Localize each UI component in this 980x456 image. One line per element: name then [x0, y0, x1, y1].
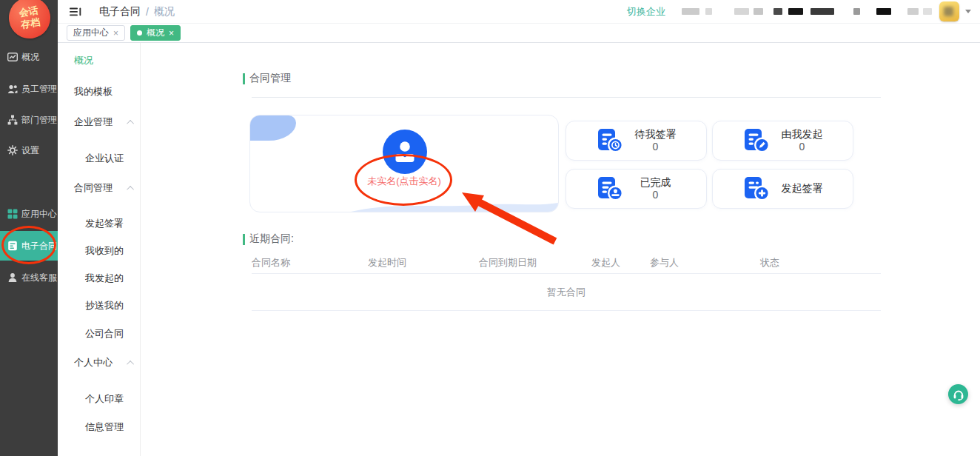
sidebar-item-app-center[interactable]: 应用中心: [0, 199, 58, 229]
sidebar-item-label: 员工管理: [21, 83, 57, 95]
sidebar-item-e-contract[interactable]: 电子合同: [0, 231, 58, 261]
breadcrumb-separator: /: [146, 6, 149, 18]
stat-card-initiate-signing[interactable]: 发起签署: [712, 169, 853, 209]
menu-item-label: 我发起的: [85, 272, 124, 284]
dashboard-icon: [7, 52, 18, 62]
realname-card: 未实名(点击实名): [249, 115, 559, 212]
sidebar-item-overview[interactable]: 概况: [0, 42, 58, 72]
departments-icon: [7, 115, 18, 125]
top-header: 电子合同 / 概况 切换企业: [58, 0, 980, 24]
sidebar-item-label: 设置: [21, 144, 39, 157]
col-status: 状态: [760, 256, 881, 269]
chevron-up-icon: [127, 186, 134, 193]
secondary-sidebar: 概况 我的模板 企业管理 企业认证 合同管理 发起签署 我收到的 我发起的 抄送…: [58, 43, 141, 456]
section-title-marker: [243, 73, 245, 84]
menu-item-initiate-sign[interactable]: 发起签署: [85, 217, 124, 230]
tab-app-center[interactable]: 应用中心 ×: [67, 25, 125, 41]
contract-doc-icon: [7, 241, 18, 251]
stat-card-completed[interactable]: 已完成 0: [565, 169, 707, 209]
doc-edit-icon: [742, 128, 771, 153]
menu-item-received[interactable]: 我收到的: [85, 244, 124, 258]
menu-item-label: 我的模板: [74, 86, 113, 97]
stat-label: 已完成: [624, 176, 687, 190]
stat-value: 0: [624, 141, 687, 154]
headset-icon: [952, 388, 965, 401]
realname-notice-link[interactable]: 未实名(点击实名): [250, 175, 558, 188]
decor-wave: [351, 200, 558, 212]
tab-close-icon[interactable]: ×: [113, 28, 118, 38]
menu-item-personal-seal[interactable]: 个人印章: [85, 392, 124, 406]
stat-label: 发起签署: [771, 182, 833, 195]
stat-card-initiated-by-me[interactable]: 由我发起 0: [712, 121, 853, 161]
menu-group-personal-center[interactable]: 个人中心: [74, 356, 134, 369]
redacted-user-info: [682, 8, 932, 15]
sidebar-item-settings[interactable]: 设置: [0, 135, 58, 165]
header-right: 切换企业: [627, 1, 971, 21]
chevron-up-icon: [127, 361, 134, 368]
decor-blob: [250, 115, 296, 141]
collapse-menu-icon[interactable]: [70, 7, 81, 17]
user-avatar[interactable]: [939, 1, 959, 21]
sidebar-item-employees[interactable]: 员工管理: [0, 74, 58, 104]
divider: [252, 97, 881, 98]
dropdown-caret-icon[interactable]: [965, 10, 971, 13]
menu-group-contract[interactable]: 合同管理: [74, 181, 134, 195]
col-expiry-date: 合同到期日期: [479, 256, 591, 269]
stat-card-awaiting-my-signature[interactable]: 待我签署 0: [565, 121, 707, 161]
menu-item-label: 公司合同: [85, 328, 124, 339]
section-title-text: 近期合同:: [249, 232, 294, 246]
active-tab-dot-icon: [137, 30, 142, 36]
menu-item-my-templates[interactable]: 我的模板: [74, 85, 113, 98]
employees-icon: [7, 84, 18, 94]
section-title-text: 合同管理: [249, 72, 291, 85]
menu-item-label: 个人印章: [85, 393, 124, 404]
apps-grid-icon: [7, 209, 18, 219]
sidebar-item-online-service[interactable]: 在线客服: [0, 263, 58, 292]
person-icon: [7, 272, 18, 283]
menu-item-label: 我收到的: [85, 245, 124, 256]
menu-item-info-management[interactable]: 信息管理: [85, 420, 124, 434]
sidebar-item-label: 部门管理: [21, 114, 57, 127]
menu-item-company-contract[interactable]: 公司合同: [85, 327, 124, 341]
switch-company-link[interactable]: 切换企业: [627, 5, 665, 19]
sidebar-item-departments[interactable]: 部门管理: [0, 105, 58, 135]
menu-item-cc-to-me[interactable]: 抄送我的: [85, 299, 124, 312]
primary-sidebar: 概况 员工管理 部门管理 设置 应用中心 电子合同 在线客服: [0, 0, 58, 456]
sidebar-item-label: 概况: [21, 51, 39, 64]
gear-icon: [7, 145, 18, 155]
tab-label: 概况: [147, 27, 164, 39]
menu-item-label: 个人中心: [74, 357, 113, 368]
stat-label: 待我签署: [624, 128, 687, 141]
realname-avatar-button[interactable]: [383, 130, 427, 174]
section-title-marker: [243, 234, 245, 245]
doc-clock-icon: [596, 128, 624, 153]
menu-item-label: 抄送我的: [85, 300, 124, 311]
sidebar-item-label: 在线客服: [21, 272, 57, 284]
menu-item-label: 企业认证: [85, 152, 124, 164]
customer-service-button[interactable]: [948, 384, 968, 404]
menu-item-overview[interactable]: 概况: [74, 54, 93, 67]
menu-item-label: 发起签署: [85, 218, 124, 229]
col-participants: 参与人: [650, 256, 760, 269]
breadcrumb: 电子合同 / 概况: [99, 5, 175, 19]
tab-bar: 应用中心 × 概况 ×: [58, 24, 980, 43]
sidebar-item-label: 电子合同: [21, 240, 57, 252]
breadcrumb-section[interactable]: 电子合同: [99, 5, 141, 19]
user-icon: [394, 140, 416, 164]
menu-item-label: 合同管理: [74, 182, 113, 193]
tab-overview[interactable]: 概况 ×: [130, 25, 181, 41]
tab-close-icon[interactable]: ×: [169, 28, 174, 38]
menu-item-label: 信息管理: [85, 421, 124, 432]
table-header-row: 合同名称 发起时间 合同到期日期 发起人 参与人 状态: [252, 252, 881, 274]
menu-item-label: 企业管理: [74, 116, 113, 127]
col-initiate-time: 发起时间: [368, 256, 479, 269]
menu-item-initiated-by-me[interactable]: 我发起的: [85, 272, 124, 285]
app-window: 概况 员工管理 部门管理 设置 应用中心 电子合同 在线客服 会话: [0, 0, 980, 456]
app-logo-line2: 存档: [20, 16, 41, 30]
section-title-contract-management: 合同管理: [243, 72, 291, 85]
tab-label: 应用中心: [73, 27, 109, 39]
menu-item-enterprise-auth[interactable]: 企业认证: [85, 152, 124, 165]
section-title-recent-contracts: 近期合同:: [243, 232, 294, 246]
stat-value: 0: [771, 141, 833, 154]
menu-group-enterprise[interactable]: 企业管理: [74, 115, 134, 129]
